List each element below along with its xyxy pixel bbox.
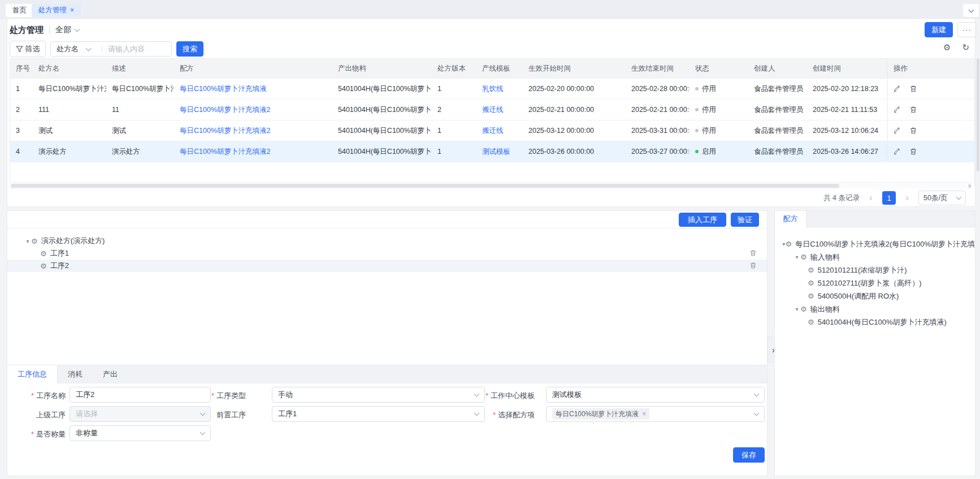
material-node[interactable]: ⚙ 5400500H(调配用 RO水): [775, 290, 975, 303]
edit-icon[interactable]: [894, 85, 901, 93]
refresh-icon[interactable]: ↻: [962, 42, 969, 53]
edit-icon[interactable]: [894, 127, 901, 135]
material-node[interactable]: ⚙ 5120102711(胡萝卜浆（高纤）): [775, 277, 975, 290]
pagination: 共 4 条记录 ‹ 1 › 50条/页: [823, 191, 966, 205]
horizontal-scrollbar[interactable]: [10, 182, 973, 189]
work-center-value: 测试模板: [552, 390, 582, 400]
prev-page-button[interactable]: ‹: [864, 191, 878, 205]
window-tab-bar: 首页 处方管理×: [0, 0, 980, 19]
caret-down-icon[interactable]: ▾: [24, 238, 31, 244]
tree-node-label: 演示处方(演示处方): [41, 236, 105, 246]
page-scrollbar[interactable]: [976, 19, 980, 476]
table-row-selected[interactable]: 4 演示处方 演示处方 每日C100%胡萝卜汁充填液2 5401004H(每日C…: [10, 141, 974, 162]
divider: [49, 26, 50, 34]
cell-material: 5401004H(每日C100%胡萝卜汁充...: [332, 100, 432, 120]
delete-icon[interactable]: [909, 127, 917, 135]
cell-start: 2025-03-12 00:00:00: [523, 120, 626, 141]
next-page-button[interactable]: ›: [900, 191, 914, 205]
status-dot: [695, 87, 699, 90]
caret-down-icon[interactable]: ▾: [793, 306, 800, 312]
weighing-select[interactable]: 非称量: [70, 425, 211, 441]
formula-link[interactable]: 每日C100%胡萝卜汁充填液2: [180, 127, 270, 135]
tag-remove-icon[interactable]: ×: [642, 410, 646, 418]
line-template-link[interactable]: 搬迁线: [482, 106, 504, 114]
table-row[interactable]: 2 111 11 每日C100%胡萝卜汁充填液2 5401004H(每日C100…: [10, 100, 974, 120]
tab-recipe[interactable]: 配方: [775, 211, 806, 227]
delete-step-icon[interactable]: [749, 262, 757, 269]
work-center-select[interactable]: 测试模板: [546, 387, 765, 403]
tab-recipe-management[interactable]: 处方管理×: [32, 4, 81, 17]
cell-version: 2: [432, 100, 476, 120]
table-row[interactable]: 1 每日C100%胡萝卜汁充... 每日C100%胡萝卜汁... 每日C100%…: [10, 79, 974, 100]
page-title: 处方管理: [10, 25, 44, 36]
page-scrollbar-thumb[interactable]: [977, 58, 979, 171]
tab-output[interactable]: 产出: [93, 365, 128, 384]
edit-icon[interactable]: [894, 148, 901, 156]
filter-bar: 筛选 处方名 搜索: [10, 41, 203, 57]
edit-icon[interactable]: [894, 106, 901, 114]
page-size-select[interactable]: 50条/页: [918, 191, 966, 205]
table-row[interactable]: 3 测试 测试 每日C100%胡萝卜汁充填液2 5401004H(每日C100%…: [10, 120, 974, 141]
new-button[interactable]: 新建: [925, 22, 953, 37]
settings-icon[interactable]: ⚙: [943, 42, 951, 53]
delete-icon[interactable]: [909, 148, 917, 156]
validate-button[interactable]: 验证: [731, 213, 759, 227]
search-field-value: 处方名: [57, 44, 79, 54]
search-button[interactable]: 搜索: [176, 41, 203, 57]
search-input[interactable]: [107, 44, 171, 54]
col-end: 生效结束时间: [626, 59, 690, 78]
filter-button[interactable]: 筛选: [10, 41, 46, 57]
scrollbar-thumb[interactable]: [11, 184, 839, 188]
filter-button-label: 筛选: [25, 44, 40, 54]
delete-step-icon[interactable]: [749, 249, 757, 257]
search-field-select[interactable]: 处方名: [51, 44, 101, 54]
tab-home[interactable]: 首页: [6, 4, 33, 17]
recipe-root-node[interactable]: ▾ ⚙ 每日C100%胡萝卜汁充填液2(每日C100%胡萝卜汁充填: [775, 238, 975, 251]
parent-step-select[interactable]: 请选择: [70, 406, 211, 422]
input-materials-node[interactable]: ▾ ⚙ 输入物料: [775, 251, 975, 264]
tab-consumption[interactable]: 消耗: [58, 365, 93, 384]
col-line: 产线模板: [476, 59, 523, 78]
step-name-input[interactable]: 工序2: [70, 387, 211, 403]
insert-step-button[interactable]: 插入工序: [679, 213, 726, 227]
tab-close-icon[interactable]: ×: [70, 6, 74, 14]
formula-link[interactable]: 每日C100%胡萝卜汁充填液: [180, 85, 267, 93]
chevron-down-icon[interactable]: [75, 27, 80, 32]
save-button[interactable]: 保存: [733, 447, 765, 463]
cell-desc: 演示处方: [106, 141, 174, 162]
line-template-link[interactable]: 乳饮线: [482, 85, 504, 93]
material-node[interactable]: ⚙ 5401004H(每日C100%胡萝卜汁充填液): [775, 316, 975, 329]
cell-desc: 11: [106, 100, 174, 120]
formula-link[interactable]: 每日C100%胡萝卜汁充填液2: [180, 106, 270, 114]
tab-list-dropdown-button[interactable]: [963, 4, 979, 17]
col-material: 产出物料: [332, 59, 432, 78]
output-materials-node[interactable]: ▾ ⚙ 输出物料: [775, 303, 975, 316]
page-size-value: 50条/页: [923, 193, 947, 203]
cell-name: 演示处方: [33, 141, 106, 162]
scope-select-value[interactable]: 全部: [55, 25, 71, 35]
tree-node-step1[interactable]: ⚙ 工序1: [7, 247, 767, 260]
line-template-link[interactable]: 搬迁线: [482, 127, 504, 135]
step-type-select[interactable]: 手动: [272, 387, 485, 403]
pre-step-select[interactable]: 工序1: [272, 406, 485, 422]
col-version: 处方版本: [432, 59, 476, 78]
step-detail-tabs: 工序信息 消耗 产出: [7, 365, 767, 383]
caret-down-icon[interactable]: ▾: [793, 254, 800, 260]
tree-node-label: 输出物料: [810, 304, 840, 314]
delete-icon[interactable]: [909, 85, 917, 93]
scroll-right-arrow[interactable]: [969, 184, 972, 188]
cell-material: 5401004H(每日C100%胡萝卜汁充...: [332, 120, 432, 141]
recipe-item-multiselect[interactable]: 每日C100%胡萝卜汁充填液 ×: [546, 406, 765, 422]
tab-step-info[interactable]: 工序信息: [7, 365, 58, 384]
tree-node-root[interactable]: ▾ ⚙ 演示处方(演示处方): [7, 235, 767, 247]
delete-icon[interactable]: [909, 106, 917, 114]
gear-icon: ⚙: [808, 318, 814, 326]
current-page-button[interactable]: 1: [882, 191, 896, 205]
material-node[interactable]: ⚙ 5120101211(浓缩胡萝卜汁): [775, 264, 975, 277]
formula-link[interactable]: 每日C100%胡萝卜汁充填液2: [180, 148, 270, 156]
pre-step-value: 工序1: [278, 409, 297, 419]
tree-node-step2-selected[interactable]: ⚙ 工序2: [7, 260, 767, 272]
more-actions-button[interactable]: ···: [957, 22, 976, 37]
line-template-link[interactable]: 测试模板: [482, 148, 510, 156]
cell-end: 2025-02-21 00:00:00: [626, 100, 690, 120]
